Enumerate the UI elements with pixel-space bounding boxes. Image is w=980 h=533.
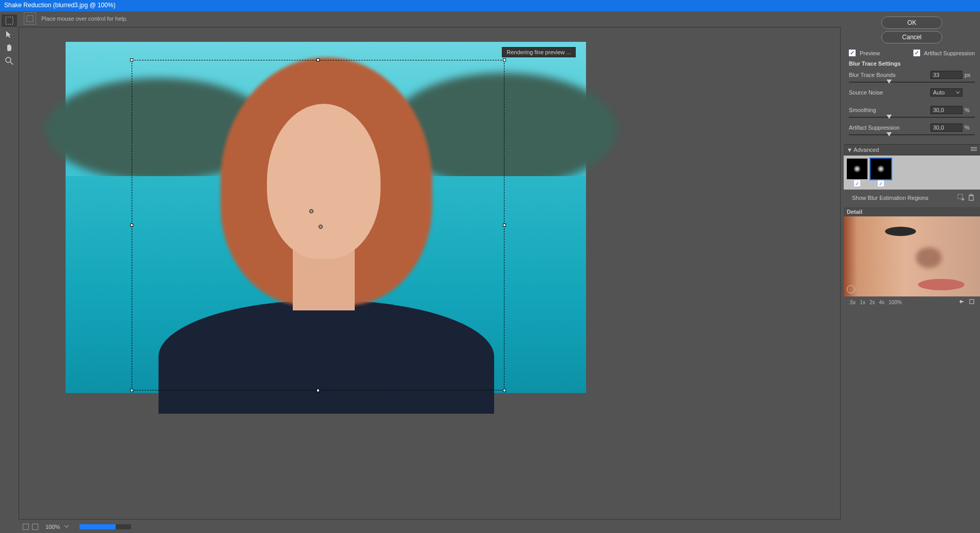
help-text: Place mouse over control for help. <box>41 15 128 22</box>
resize-handle[interactable] <box>130 224 133 227</box>
render-status: Rendering fine preview ... <box>502 47 576 57</box>
delete-region-icon[interactable] <box>968 194 975 202</box>
smoothing-label: Smoothing <box>849 107 930 113</box>
options-bar: Place mouse over control for help. <box>19 11 844 26</box>
artifact-suppression-unit: % <box>965 124 975 131</box>
cancel-button[interactable]: Cancel <box>881 31 942 43</box>
dock-icon[interactable] <box>969 299 975 306</box>
detail-zoom-level[interactable]: .5x <box>849 300 856 305</box>
view-option-2[interactable] <box>32 524 38 530</box>
artifact-suppression-slider[interactable] <box>849 133 975 137</box>
zoom-dropdown-icon[interactable] <box>64 524 69 530</box>
canvas[interactable]: Rendering fine preview ... <box>19 27 841 520</box>
svg-rect-0 <box>6 17 13 24</box>
document-image: Rendering fine preview ... <box>66 42 586 393</box>
detail-loupe[interactable] <box>844 216 980 296</box>
svg-rect-13 <box>970 300 974 304</box>
smoothing-input[interactable]: 30,0 <box>930 106 962 114</box>
svg-rect-6 <box>971 150 977 151</box>
resize-handle[interactable] <box>317 389 320 392</box>
blur-trace-bounds-unit: px <box>965 72 975 78</box>
progress-bar <box>80 524 131 529</box>
zoom-level[interactable]: 100% <box>45 524 60 530</box>
svg-point-1 <box>6 57 11 62</box>
artifact-suppression-label: Artifact Suppression <box>924 50 975 56</box>
artifact-suppression-checkbox[interactable] <box>913 50 920 56</box>
smoothing-unit: % <box>965 107 975 113</box>
svg-rect-10 <box>969 196 973 200</box>
source-noise-label: Source Noise <box>849 89 930 96</box>
blur-trace-bounds-slider[interactable] <box>849 80 975 84</box>
show-blur-regions-label: Show Blur Estimation Regions <box>852 195 928 201</box>
status-bar: 100% <box>19 521 844 533</box>
blur-trace-enable-checkbox[interactable]: ✓ <box>854 180 860 186</box>
preview-checkbox[interactable] <box>849 50 856 56</box>
detail-zoom-row: .5x 1x 2x 4x 100% <box>849 299 975 306</box>
resize-handle[interactable] <box>317 58 320 61</box>
resize-handle[interactable] <box>130 389 133 392</box>
detail-zoom-level[interactable]: 1x <box>860 300 865 305</box>
blur-trace-thumb[interactable]: ✓ <box>847 159 867 186</box>
view-option-1[interactable] <box>23 524 29 530</box>
marquee-tool[interactable] <box>2 14 17 27</box>
undock-icon[interactable] <box>958 299 965 306</box>
window-title: Shake Reduction (blurred3.jpg @ 100%) <box>0 0 980 11</box>
blur-trace-thumb[interactable]: ✓ <box>871 159 891 186</box>
blur-trace-settings-header: Blur Trace Settings <box>849 60 975 67</box>
source-noise-select[interactable]: Auto <box>930 88 962 97</box>
resize-handle[interactable] <box>130 58 133 61</box>
detail-zoom-level[interactable]: 100% <box>889 300 902 305</box>
settings-panel: OK Cancel Preview Artifact Suppression B… <box>844 11 980 533</box>
blur-trace-enable-checkbox[interactable]: ✓ <box>878 180 884 186</box>
artifact-suppression-input[interactable]: 30,0 <box>930 123 962 132</box>
zoom-tool[interactable] <box>2 55 17 67</box>
current-tool-icon <box>24 12 36 25</box>
svg-rect-3 <box>27 15 33 22</box>
arrow-tool[interactable] <box>2 28 17 40</box>
detail-zoom-level[interactable]: 4x <box>879 300 884 305</box>
artifact-suppression-param-label: Artifact Suppression <box>849 124 930 131</box>
preview-label: Preview <box>860 50 880 56</box>
resize-handle[interactable] <box>503 224 506 227</box>
smoothing-slider[interactable] <box>849 115 975 119</box>
add-region-icon[interactable] <box>957 194 965 202</box>
resize-handle[interactable] <box>503 389 506 392</box>
chevron-down-icon <box>956 90 960 95</box>
ok-button[interactable]: OK <box>881 17 942 29</box>
svg-rect-5 <box>971 149 977 149</box>
advanced-section-header[interactable]: ▼ Advanced <box>844 144 980 155</box>
svg-line-2 <box>10 62 13 65</box>
blur-estimation-region[interactable] <box>132 60 504 390</box>
left-toolbar <box>0 11 19 533</box>
svg-rect-7 <box>958 194 962 199</box>
blur-trace-bounds-label: Blur Trace Bounds <box>849 72 930 78</box>
svg-rect-4 <box>971 147 977 148</box>
loupe-reset-icon[interactable] <box>847 285 855 293</box>
resize-handle[interactable] <box>503 58 506 61</box>
hand-tool[interactable] <box>2 41 17 54</box>
detail-zoom-level[interactable]: 2x <box>870 300 875 305</box>
blur-trace-bounds-input[interactable]: 33 <box>930 71 962 79</box>
panel-menu-icon[interactable] <box>971 147 977 153</box>
detail-section-header: Detail <box>844 207 980 216</box>
blur-trace-thumbnails: ✓ ✓ <box>844 155 980 190</box>
